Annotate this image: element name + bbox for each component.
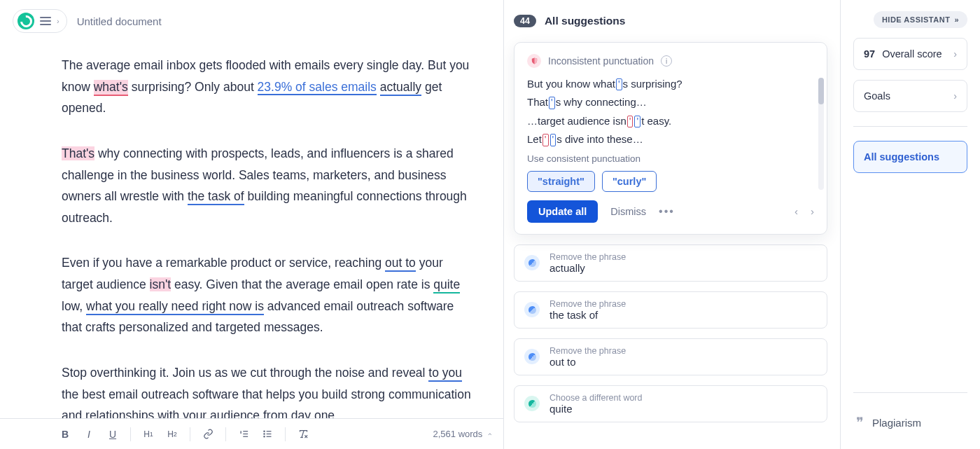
editor-column: › Untitled document The average email in… <box>0 0 504 449</box>
svg-point-6 <box>263 431 264 431</box>
svg-point-8 <box>263 436 264 437</box>
card-word: out to <box>550 356 626 368</box>
h2-button[interactable]: H2 <box>162 424 183 445</box>
link-open-rate[interactable]: 23.9% of sales emails <box>258 80 377 95</box>
text: Even if you have a remarkable product or… <box>62 256 385 270</box>
flag-to-you[interactable]: to you <box>428 366 462 382</box>
goals-card[interactable]: Goals › <box>853 80 967 112</box>
flag-out-to[interactable]: out to <box>385 256 416 272</box>
flag-task-of[interactable]: the task of <box>188 189 244 205</box>
chevron-up-icon: › <box>485 433 493 436</box>
separator <box>853 126 967 127</box>
flag-actually[interactable]: actually <box>380 80 421 96</box>
card-actions: Update all Dismiss ••• ‹ › <box>527 200 814 223</box>
all-suggestions-label: All suggestions <box>864 151 939 163</box>
card-label: Remove the phrase <box>550 252 626 262</box>
grammarly-logo-icon <box>18 13 34 29</box>
chevron-double-right-icon: » <box>954 15 959 24</box>
quote-icon: ❞ <box>856 414 864 431</box>
plagiarism-label: Plagiarism <box>872 417 921 429</box>
clarity-icon <box>524 255 540 270</box>
snippet-2: That's why connecting… <box>527 96 814 109</box>
suggestion-card[interactable]: Remove the phrase actually <box>514 244 827 282</box>
flag-quite[interactable]: quite <box>433 277 460 293</box>
bullet-list-icon <box>262 429 273 439</box>
suggestions-header: 44 All suggestions <box>514 0 827 42</box>
card-word: quite <box>550 403 643 415</box>
card-scrollbar[interactable] <box>818 78 824 190</box>
hide-assistant-label: HIDE ASSISTANT <box>882 15 950 24</box>
italic-button[interactable]: I <box>78 424 99 445</box>
prev-suggestion-icon[interactable]: ‹ <box>794 205 798 217</box>
card-word: actually <box>550 262 626 274</box>
card-label: Remove the phrase <box>550 299 626 309</box>
snippet-4: Let''s dive into these… <box>527 133 814 146</box>
flag-whats[interactable]: what's <box>94 80 128 96</box>
hide-assistant-button[interactable]: HIDE ASSISTANT » <box>874 11 967 28</box>
app-menu[interactable]: › <box>13 9 67 33</box>
suggestions-column: 44 All suggestions Inconsistent punctuat… <box>504 0 840 449</box>
h1-button[interactable]: H1 <box>138 424 159 445</box>
paragraph-4[interactable]: Stop overthinking it. Join us as we cut … <box>62 362 471 427</box>
update-all-button[interactable]: Update all <box>527 200 598 223</box>
clarity-icon <box>524 302 540 317</box>
suggestion-card[interactable]: Remove the phrase the task of <box>514 291 827 329</box>
separator <box>285 427 286 441</box>
choice-straight[interactable]: "straight" <box>527 171 595 192</box>
bold-button[interactable]: B <box>55 424 76 445</box>
word-count[interactable]: 2,561 words <box>433 429 483 439</box>
overall-score-card[interactable]: 97 Overall score › <box>853 38 967 70</box>
shield-icon <box>527 54 541 68</box>
snippet-1: But you know what's surprising? <box>527 78 814 90</box>
bullet-list-button[interactable] <box>257 424 278 445</box>
engagement-icon <box>524 396 540 411</box>
text <box>377 80 380 94</box>
punctuation-choices: "straight" "curly" <box>527 171 814 192</box>
separator <box>853 392 967 393</box>
paragraph-1[interactable]: The average email inbox gets flooded wit… <box>62 55 471 119</box>
suggestion-card[interactable]: Choose a different word quite <box>514 385 827 422</box>
clear-format-icon <box>298 429 309 439</box>
clear-format-button[interactable] <box>293 424 314 445</box>
menu-icon <box>40 17 51 25</box>
suggestion-count-badge: 44 <box>514 15 536 27</box>
editor-body[interactable]: The average email inbox gets flooded wit… <box>0 42 503 449</box>
chevron-right-icon: › <box>57 17 59 25</box>
flag-isnt[interactable]: isn't <box>150 277 172 291</box>
flag-need[interactable]: what you really need right now is <box>86 299 264 315</box>
more-icon[interactable]: ••• <box>659 205 675 218</box>
editor-toolbar: B I U H1 H2 2,561 words › <box>0 418 503 449</box>
suggestion-card[interactable]: Remove the phrase out to <box>514 338 827 375</box>
plagiarism-button[interactable]: ❞ Plagiarism <box>853 407 967 438</box>
next-suggestion-icon[interactable]: › <box>811 205 814 217</box>
svg-point-7 <box>263 434 264 434</box>
card-header: Inconsistent punctuation i <box>527 54 814 68</box>
card-label: Choose a different word <box>550 393 643 403</box>
choice-curly[interactable]: "curly" <box>602 171 657 192</box>
right-rail: HIDE ASSISTANT » 97 Overall score › Goal… <box>840 0 980 449</box>
flag-thats[interactable]: That's <box>62 146 94 160</box>
text: the best email outreach software that he… <box>62 387 471 423</box>
clarity-icon <box>524 349 540 364</box>
suggestion-card-expanded[interactable]: Inconsistent punctuation i But you know … <box>514 42 827 235</box>
text: Stop overthinking it. Join us as we cut … <box>62 366 428 380</box>
document-title[interactable]: Untitled document <box>77 15 162 27</box>
link-icon <box>203 429 214 439</box>
numbered-list-button[interactable] <box>233 424 254 445</box>
score-number: 97 <box>864 48 875 60</box>
separator <box>190 427 190 441</box>
card-hint: Use consistent punctuation <box>527 153 814 164</box>
scrollbar-thumb[interactable] <box>818 78 824 104</box>
numbered-list-icon <box>239 429 249 439</box>
all-suggestions-tab[interactable]: All suggestions <box>853 141 967 173</box>
paragraph-2[interactable]: That's why connecting with prospects, le… <box>62 143 471 229</box>
link-button[interactable] <box>197 424 218 445</box>
underline-button[interactable]: U <box>102 424 123 445</box>
text: low, <box>62 299 86 313</box>
dismiss-button[interactable]: Dismiss <box>610 206 646 217</box>
paragraph-3[interactable]: Even if you have a remarkable product or… <box>62 252 471 338</box>
card-category: Inconsistent punctuation <box>548 55 654 67</box>
info-icon[interactable]: i <box>661 55 672 67</box>
editor-header: › Untitled document <box>0 0 503 42</box>
text: surprising? Only about <box>128 80 258 94</box>
